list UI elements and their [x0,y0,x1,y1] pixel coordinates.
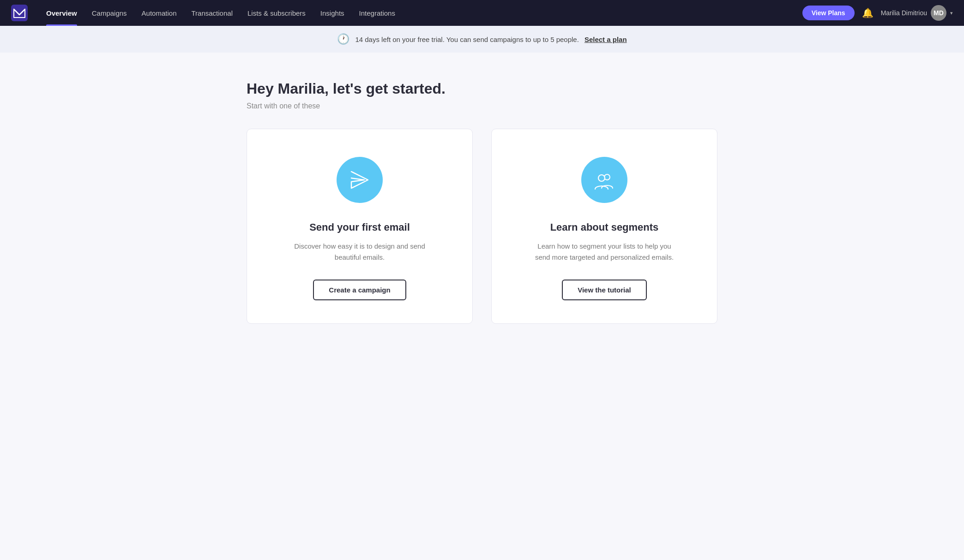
paper-plane-icon [349,169,371,191]
clock-icon: 🕐 [337,33,349,45]
people-icon-circle [581,157,627,203]
view-plans-button[interactable]: View Plans [802,6,855,20]
nav-item-overview[interactable]: Overview [39,0,84,26]
nav-item-integrations[interactable]: Integrations [352,0,403,26]
send-email-card-title: Send your first email [309,221,410,233]
cards-row: Send your first email Discover how easy … [247,129,717,324]
learn-segments-card-desc: Learn how to segment your lists to help … [530,241,678,263]
nav-item-automation[interactable]: Automation [134,0,184,26]
learn-segments-card-title: Learn about segments [550,221,659,233]
nav-item-lists-subscribers[interactable]: Lists & subscribers [240,0,313,26]
select-plan-link[interactable]: Select a plan [584,36,627,43]
user-name-label: Marilia Dimitriou [881,9,927,17]
greeting-subtitle: Start with one of these [247,102,717,110]
nav-item-campaigns[interactable]: Campaigns [84,0,134,26]
user-menu[interactable]: Marilia Dimitriou MD ▾ [881,5,953,21]
main-content: Hey Marilia, let's get started. Start wi… [228,53,736,351]
view-tutorial-button[interactable]: View the tutorial [562,280,647,300]
trial-banner-text: 14 days left on your free trial. You can… [355,36,579,43]
trial-banner: 🕐 14 days left on your free trial. You c… [0,26,964,53]
chevron-down-icon: ▾ [950,10,953,16]
svg-point-2 [598,175,605,181]
people-icon [593,169,615,191]
create-campaign-button[interactable]: Create a campaign [313,280,406,300]
navbar: Overview Campaigns Automation Transactio… [0,0,964,26]
navbar-right: View Plans 🔔 Marilia Dimitriou MD ▾ [802,5,953,21]
send-email-card: Send your first email Discover how easy … [247,129,473,324]
nav-item-insights[interactable]: Insights [313,0,352,26]
learn-segments-card: Learn about segments Learn how to segmen… [491,129,717,324]
nav-item-transactional[interactable]: Transactional [184,0,240,26]
greeting-title: Hey Marilia, let's get started. [247,80,717,97]
send-email-card-desc: Discover how easy it is to design and se… [286,241,434,263]
app-logo[interactable] [11,5,28,21]
paper-plane-icon-circle [337,157,383,203]
nav-items: Overview Campaigns Automation Transactio… [39,0,802,26]
avatar: MD [931,5,946,21]
notification-bell-icon[interactable]: 🔔 [860,6,875,20]
